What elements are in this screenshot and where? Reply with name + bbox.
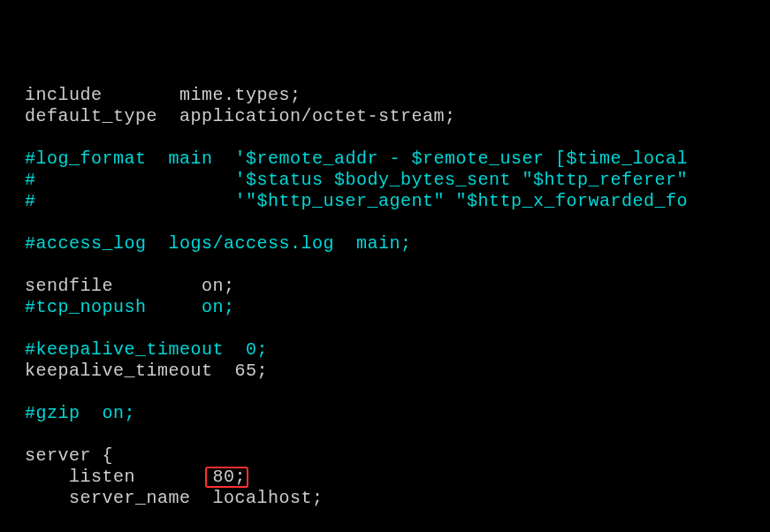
code-line: server_name localhost; [25, 488, 770, 509]
comment-text: # '$status $body_bytes_sent "$http_refer… [25, 170, 688, 190]
code-line: #keepalive_timeout 0; [25, 339, 770, 361]
code-text: default_type application/octet-stream; [25, 106, 456, 126]
code-line: #tcp_nopush on; [25, 297, 770, 318]
code-line: server { [25, 445, 770, 467]
code-line: #gzip on; [25, 403, 770, 424]
code-line [25, 424, 770, 445]
code-line [25, 318, 770, 339]
code-line [25, 509, 770, 530]
code-line: #log_format main '$remote_addr - $remote… [25, 148, 770, 170]
comment-text: #access_log logs/access.log main; [25, 233, 412, 254]
code-line [25, 255, 770, 276]
code-text: server { [25, 445, 113, 466]
code-editor[interactable]: include mime.types;default_type applicat… [0, 85, 770, 532]
comment-text: #tcp_nopush on; [25, 297, 235, 317]
code-line: keepalive_timeout 65; [25, 361, 770, 382]
code-line [25, 127, 770, 148]
code-line [25, 212, 770, 233]
code-line: listen 80; [25, 467, 770, 488]
code-text: keepalive_timeout 65; [25, 361, 268, 381]
code-line: default_type application/octet-stream; [25, 106, 770, 127]
code-line [25, 382, 770, 403]
code-line: #access_log logs/access.log main; [25, 233, 770, 255]
code-line: # '$status $body_bytes_sent "$http_refer… [25, 170, 770, 191]
comment-text: #gzip on; [25, 403, 135, 423]
code-line: sendfile on; [25, 276, 770, 297]
comment-text: # '"$http_user_agent" "$http_x_forwarded… [25, 191, 688, 211]
comment-text: #keepalive_timeout 0; [25, 339, 268, 360]
code-line: include mime.types; [25, 85, 770, 106]
code-text: include mime.types; [25, 85, 301, 105]
code-line: # '"$http_user_agent" "$http_x_forwarded… [25, 191, 770, 212]
code-text: server_name localhost; [25, 488, 324, 508]
code-text: sendfile on; [25, 276, 235, 296]
code-text: listen 80; [25, 467, 246, 487]
comment-text: #log_format main '$remote_addr - $remote… [25, 148, 688, 169]
